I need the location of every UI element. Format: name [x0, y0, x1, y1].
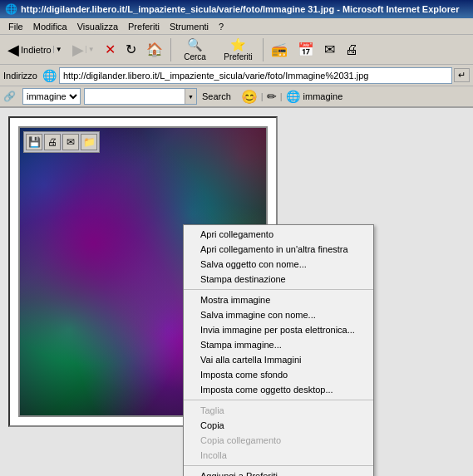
address-icon: 🌐 [42, 68, 57, 83]
image-save-icon: 💾 [28, 136, 41, 148]
ctx-apri-altra-finestra[interactable]: Apri collegamento in un'altra finestra [184, 242, 373, 257]
image-print-button[interactable]: 🖨 [44, 134, 61, 150]
ctx-invia-immagine[interactable]: Invia immagine per posta elettronica... [184, 322, 373, 337]
stop-icon: ✕ [105, 42, 116, 57]
favorites-icon: ⭐ [230, 37, 246, 52]
history-button[interactable]: 📅 [293, 39, 318, 61]
search-box-wrap: ▼ [84, 88, 197, 105]
history-icon: 📅 [298, 42, 314, 57]
links-divider2: | [280, 91, 283, 101]
media-icon: 📻 [271, 42, 288, 57]
ctx-copia-collegamento[interactable]: Copia collegamento [184, 433, 373, 448]
ctx-imposta-oggetto[interactable]: Imposta come oggetto desktop... [184, 382, 373, 397]
links-smiley-icon: 😊 [241, 89, 258, 105]
menu-modifica[interactable]: Modifica [28, 20, 72, 33]
ctx-stampa-destinazione[interactable]: Stampa destinazione [184, 272, 373, 287]
forward-button[interactable]: ▶ ▼ [68, 39, 99, 61]
home-icon: 🏠 [146, 42, 163, 57]
address-input[interactable] [59, 67, 452, 84]
menu-visualizza[interactable]: Visualizza [72, 20, 123, 33]
search-category-select[interactable]: immagine [23, 89, 80, 104]
search-icon: 🔍 [187, 37, 203, 52]
ctx-mostra-immagine-header: Mostra immagine [184, 292, 373, 307]
ctx-sep-2 [184, 400, 373, 400]
main-area: 💾 🖨 ✉ 📁 Apri collegamento Apri collegam [0, 108, 473, 476]
search-bar: 🔗 immagine ▼ Search 😊 | ✏ | 🌐 immagine [0, 86, 473, 108]
back-label: Indietro [21, 45, 52, 55]
go-button[interactable]: ↵ [454, 68, 470, 82]
image-toolbar: 💾 🖨 ✉ 📁 [23, 131, 100, 153]
ctx-apri-collegamento[interactable]: Apri collegamento [184, 227, 373, 242]
links-ie-icon: 🌐 [286, 90, 300, 103]
mail-button[interactable]: ✉ [320, 39, 339, 61]
ctx-salva-oggetto[interactable]: Salva oggetto con nome... [184, 257, 373, 272]
toolbar-separator-2 [263, 38, 264, 61]
title-bar-icon: 🌐 [5, 3, 17, 15]
image-save-button[interactable]: 💾 [26, 134, 42, 150]
ctx-taglia[interactable]: Taglia [184, 403, 373, 418]
image-email-icon: ✉ [67, 136, 75, 148]
image-print-icon: 🖨 [47, 136, 57, 148]
forward-arrow-icon: ▶ [72, 41, 84, 59]
favorites-button[interactable]: ⭐ Preferiti [218, 37, 259, 63]
ctx-copia[interactable]: Copia [184, 418, 373, 433]
mail-icon: ✉ [324, 42, 335, 57]
home-button[interactable]: 🏠 [142, 39, 167, 61]
toolbar-separator-1 [170, 38, 171, 61]
forward-dropdown-icon[interactable]: ▼ [86, 46, 95, 53]
address-label: Indirizzo [3, 71, 37, 81]
image-email-button[interactable]: ✉ [62, 134, 79, 150]
search-dropdown-btn[interactable]: ▼ [185, 89, 196, 104]
refresh-icon: ↻ [126, 42, 136, 57]
menu-file[interactable]: File [3, 20, 28, 33]
links-icon: 🔗 [3, 91, 16, 102]
ctx-aggiungi-preferiti[interactable]: Aggiungi a Preferiti... [184, 469, 373, 476]
ctx-sep-3 [184, 465, 373, 466]
menu-preferiti[interactable]: Preferiti [123, 20, 165, 33]
favorites-label: Preferiti [224, 52, 252, 61]
toolbar: ◀ Indietro ▼ ▶ ▼ ✕ ↻ 🏠 🔍 Cerca ⭐ [0, 35, 473, 65]
title-bar-text: http://digilander.libero.it/L_impaziente… [21, 4, 459, 14]
image-folder-icon: 📁 [83, 136, 96, 148]
search-label: Search [197, 91, 236, 101]
links-text: immagine [303, 91, 343, 101]
search-label: Cerca [184, 52, 206, 61]
back-button[interactable]: ◀ Indietro ▼ [3, 39, 67, 61]
ctx-stampa-immagine[interactable]: Stampa immagine... [184, 337, 373, 352]
stop-button[interactable]: ✕ [101, 39, 120, 61]
links-divider: | [261, 91, 264, 101]
back-dropdown-icon[interactable]: ▼ [53, 46, 62, 53]
ctx-incolla[interactable]: Incolla [184, 448, 373, 463]
links-pencil-icon: ✏ [267, 90, 277, 103]
ctx-salva-immagine[interactable]: Salva immagine con nome... [184, 307, 373, 322]
menu-help[interactable]: ? [214, 20, 229, 33]
media-button[interactable]: 📻 [267, 39, 292, 61]
title-bar: 🌐 http://digilander.libero.it/L_impazien… [0, 0, 473, 18]
ctx-imposta-sfondo[interactable]: Imposta come sfondo [184, 367, 373, 382]
context-menu: Apri collegamento Apri collegamento in u… [183, 224, 374, 476]
ctx-vai-cartella[interactable]: Vai alla cartella Immagini [184, 352, 373, 367]
menu-strumenti[interactable]: Strumenti [165, 20, 214, 33]
refresh-button[interactable]: ↻ [121, 39, 140, 61]
ctx-sep-1 [184, 289, 373, 290]
image-folder-button[interactable]: 📁 [81, 134, 97, 150]
search-button[interactable]: 🔍 Cerca [175, 37, 216, 63]
search-input-wrap: immagine [22, 88, 81, 105]
back-arrow-icon: ◀ [7, 41, 19, 59]
search-input[interactable] [85, 89, 185, 104]
links-area: 😊 | ✏ | 🌐 immagine [241, 89, 342, 105]
print-button[interactable]: 🖨 [341, 39, 362, 61]
menu-bar: File Modifica Visualizza Preferiti Strum… [0, 18, 473, 35]
print-icon: 🖨 [345, 42, 358, 57]
address-bar: Indirizzo 🌐 ↵ [0, 65, 473, 86]
